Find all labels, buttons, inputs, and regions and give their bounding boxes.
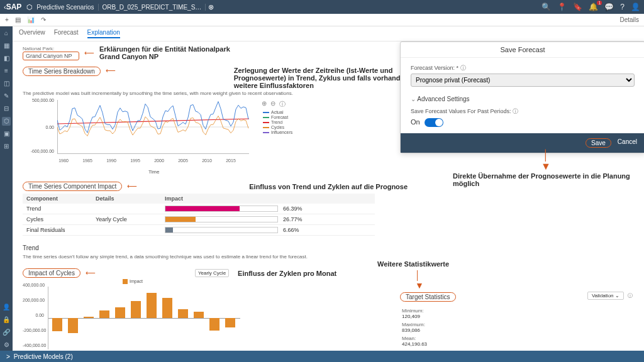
ann-ci-desc: Einfluss von Trend und Zyklen auf die Pr… [249, 183, 408, 190]
side-gear-icon[interactable]: ⚙ [2, 341, 11, 349]
ci-heading: Time Series Component Impact [23, 182, 122, 191]
cycles-legend: Impact [130, 279, 143, 283]
search-icon[interactable]: 🔍 [541, 3, 551, 11]
table-row: CyclesYearly Cycle26.77% [23, 214, 375, 225]
ann-bd2: Prognosewerte) in Trend, Zyklus und fall… [234, 74, 409, 82]
user-icon[interactable]: 👤 [631, 3, 640, 11]
help-icon[interactable]: ? [620, 3, 625, 11]
trend-desc: The time series doesn't follow any simpl… [23, 254, 350, 260]
info-icon[interactable]: ⓘ [279, 100, 286, 109]
top-bar: ‹ SAP ⬡ Predictive Scenarios ORB_D_025_P… [0, 0, 644, 14]
advanced-heading: Advanced Settings [417, 96, 469, 102]
add-icon[interactable]: + [5, 16, 9, 23]
save-button[interactable]: Save [586, 138, 611, 148]
target-statistics: Minimum:120,409 Maximum:839,086 Mean:424… [402, 305, 446, 351]
sap-logo: SAP [6, 3, 22, 11]
side-cube-icon[interactable]: ◧ [2, 54, 11, 63]
arrow-icon: ⟵ [127, 182, 137, 190]
ann-cycles-desc: Einfluss der Zyklen pro Monat [238, 270, 336, 277]
timeseries-chart: 500,000.00 0.00 -600,000.00 1980 1985 19… [23, 100, 249, 163]
side-flow-icon[interactable]: ✎ [2, 92, 11, 101]
bell-icon[interactable]: 🔔1 [589, 3, 598, 11]
xlabel: Time [148, 169, 159, 175]
scenario-icon: ⬡ [26, 3, 33, 11]
info-icon[interactable]: ⓘ [460, 65, 466, 71]
past-toggle[interactable] [425, 118, 443, 127]
np-field[interactable]: Grand Canyon NP [23, 52, 79, 60]
toolbar: + ▤ 📊 ↷ Details [0, 14, 644, 26]
zoom-in-icon[interactable]: ⊕ [262, 100, 267, 109]
np-label: National Park: [23, 46, 79, 52]
info-icon[interactable]: ⓘ [628, 293, 633, 299]
zoom-out-icon[interactable]: ⊖ [270, 100, 275, 109]
ann-entity-2: Grand Canyon NP [99, 53, 230, 60]
chat-icon[interactable]: 💬 [604, 3, 614, 11]
past-label: Save Forecast Values For Past Periods: [411, 108, 511, 114]
side-layer-icon[interactable]: ≡ [2, 67, 11, 75]
filter-icon[interactable]: ▤ [15, 16, 21, 23]
breadcrumb-scenarios[interactable]: Predictive Scenarios [33, 4, 98, 11]
tab-explanation[interactable]: Explanation [87, 29, 120, 38]
target-stats-heading: Target Statistics [400, 292, 456, 302]
version-label: Forecast Version: * [411, 65, 458, 71]
tabs: Overview Forecast Explanation [13, 26, 644, 41]
table-row: Final Residuals6.66% [23, 225, 375, 236]
timeseries-svg [57, 100, 249, 154]
component-impact-table: ComponentDetailsImpact Trend66.39%Cycles… [23, 194, 375, 236]
details-link[interactable]: Details [619, 16, 639, 23]
on-label: On [411, 118, 420, 126]
save-forecast-dialog: Save Forecast Forecast Version: * ⓘ Prog… [400, 41, 644, 153]
modal-title: Save Forecast [401, 42, 644, 58]
arrow-icon: │▼ [415, 270, 424, 290]
side-doc-icon[interactable]: ▦ [2, 41, 11, 50]
arrow-icon: ⟵ [84, 49, 94, 57]
chart-icon[interactable]: 📊 [27, 16, 35, 23]
side-db-icon[interactable]: ⊟ [2, 104, 11, 113]
chart-legend: Actual Forecast Trend Cycles Influencers [263, 110, 292, 135]
arrow-icon: ⟵ [86, 269, 96, 277]
breakdown-heading: Time Series Breakdown [23, 67, 101, 76]
ann-bd1: Zerlegung der Werte der Zeitreihe (Ist-W… [234, 67, 409, 74]
marker-icon[interactable]: 📍 [557, 3, 567, 11]
content: Overview Forecast Explanation National P… [13, 26, 644, 351]
side-predict-icon[interactable]: ⬡ [2, 117, 11, 126]
cancel-button[interactable]: Cancel [618, 138, 637, 148]
info-icon[interactable]: ⓘ [513, 108, 518, 114]
ann-more-stats: Weitere Statistikwerte [377, 260, 449, 268]
chart-controls: ⊕ ⊖ ⓘ [262, 100, 286, 109]
side-lock-icon[interactable]: 🔒 [2, 315, 11, 324]
side-chart-icon[interactable]: ◫ [2, 79, 11, 88]
tab-overview[interactable]: Overview [19, 29, 45, 38]
bookmark-icon[interactable]: 🔖 [573, 3, 582, 11]
cycles-heading: Impact of Cycles [23, 268, 80, 278]
side-user-icon[interactable]: 👤 [2, 303, 11, 312]
breadcrumb-model[interactable]: ORB_D_025_PREDICT_TIME_S… [99, 4, 206, 11]
side-grid-icon[interactable]: ⊞ [2, 142, 11, 151]
side-link2-icon[interactable]: 🔗 [2, 328, 11, 337]
side-cal-icon[interactable]: ▣ [2, 129, 11, 138]
sidebar: ⌂ ▦ ◧ ≡ ◫ ✎ ⊟ ⬡ ▣ ⊞ 👤 🔒 🔗 ⚙ ⋯ [0, 26, 13, 362]
ann-save-direct: Direkte Übernahme der Prognosewerte in d… [453, 172, 644, 187]
ann-entity-1: Erklärungen für die Entität Nationalpark [99, 45, 230, 53]
trend-heading: Trend [23, 244, 638, 251]
cycles-chart: 400,000.00 200,000.00 0.00 -200,000.00 -… [23, 284, 243, 351]
table-row: Trend66.39% [23, 204, 375, 214]
footer-bar[interactable]: > Predictive Models (2) [0, 351, 644, 362]
chevron-down-icon[interactable]: ⌄ [411, 96, 416, 102]
link-icon[interactable]: ↷ [41, 16, 46, 23]
validation-select[interactable]: Validation ⌄ [587, 292, 624, 300]
close-icon[interactable]: ⊗ [208, 3, 214, 11]
arrow-icon: │▼ [541, 150, 551, 172]
arrow-icon: ⟵ [106, 67, 116, 75]
cycle-selector[interactable]: Yearly Cycle [195, 269, 229, 277]
version-select[interactable]: Prognose privat (Forecast) [411, 74, 635, 87]
tab-forecast[interactable]: Forecast [54, 29, 79, 38]
side-home-icon[interactable]: ⌂ [2, 29, 11, 38]
ann-bd3: weitere Einflussfaktoren [234, 82, 409, 89]
